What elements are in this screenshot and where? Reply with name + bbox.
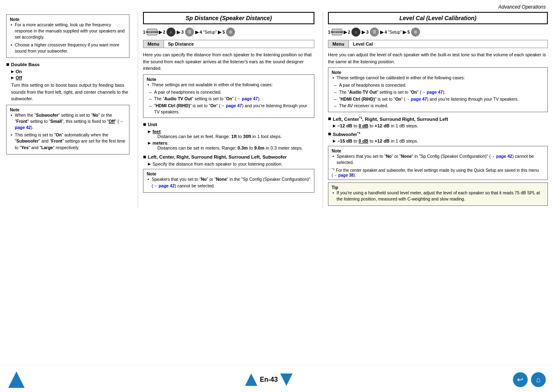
meters-desc: Distances can be set in meters. Range: 0… <box>152 145 303 150</box>
prev-page-button[interactable] <box>8 371 25 388</box>
sp-note1-dash2: The "Audio TV Out" setting is set to "On… <box>147 96 311 102</box>
advanced-operations-title: Advanced Operations <box>499 4 546 10</box>
mid-column: Sp Distance (Speaker Distance) 1 RECEIVE… <box>138 12 319 208</box>
sp-note2-item1: Speakers that you set to "No" or "None" … <box>147 176 311 189</box>
note2-list: When the "Subwoofer" setting is set to "… <box>10 112 126 151</box>
double-bass-heading: Double Bass <box>6 61 129 67</box>
sp-distance-menu-label: Sp Distance <box>164 40 198 48</box>
left-note2: Note When the "Subwoofer" setting is set… <box>6 105 129 154</box>
sp-note1-label: Note <box>147 77 311 82</box>
lc-note1-dash4: The AV receiver is muted. <box>332 103 544 109</box>
step5-icon: ⊙ <box>226 28 235 37</box>
level-cal-menu-label: Level Cal <box>349 40 377 48</box>
lc-note1-label: Note <box>332 70 544 75</box>
note2-item1: When the "Subwoofer" setting is set to "… <box>10 112 126 131</box>
sp-speakers-heading: Left, Center, Right, Surround Right, Sur… <box>143 154 314 160</box>
lc-note1-dash3: "HDMI Ctrl (RIHD)" is set to "On" (→ pag… <box>332 96 544 102</box>
sp-note2-label: Note <box>147 171 311 176</box>
sp-speakers-desc: Specify the distance from each speaker t… <box>148 161 314 166</box>
sp-distance-note2: Note Speakers that you set to "No" or "N… <box>143 169 314 192</box>
lc-note2-label: Note <box>332 148 544 153</box>
note2-item2: This setting is set to "On" automaticall… <box>10 132 126 151</box>
back-button[interactable]: ↩ <box>513 372 528 387</box>
lc-footnote: *1 For the center speaker and subwoofer,… <box>332 167 544 177</box>
rc-menu-label: Menu <box>328 40 349 48</box>
double-bass-off: Off <box>11 75 129 80</box>
note2-label: Note <box>10 107 126 112</box>
step1-receiver-icon: RECEIVER <box>147 29 157 35</box>
step2-home-icon: ⌂ <box>166 28 175 37</box>
page-number-area: En-43 <box>245 374 293 386</box>
right-column: Level Cal (Level Calibration) 1 RECEIVER… <box>323 12 548 208</box>
level-cal-intro: Here you can adjust the level of each sp… <box>328 51 548 65</box>
page-footer: En-43 ↩ ⌂ <box>0 365 554 392</box>
page-header: Advanced Operations <box>0 0 554 12</box>
level-cal-nav: 1 RECEIVER ▶ 2 ⌂ ▶ 3 ☰ ▶ 4 "Setup" ▶ 5 ⊙ <box>328 28 548 37</box>
note1-label: Note <box>10 17 126 22</box>
level-cal-note1: Note These settings cannot be calibrated… <box>328 67 548 112</box>
lc-note1-dash1: A pair of headphones is connected. <box>332 82 544 88</box>
lc-note1-dash2: The "Audio TV Out" setting is set to "On… <box>332 89 544 95</box>
sp-distance-menu-bar: Menu Sp Distance <box>143 40 314 48</box>
page-number: En-43 <box>260 376 278 383</box>
left-note1: Note For a more accurate setting, look u… <box>6 14 129 58</box>
tip-text: If you're using a handheld sound level m… <box>332 190 544 202</box>
sp-distance-nav: 1 RECEIVER ▶ 2 ⌂ ▶ 3 ☰ ▶ 4 "Setup" ▶ 5 ⊙ <box>143 28 314 37</box>
lc-note1-item1: These settings cannot be calibrated in e… <box>332 75 544 81</box>
level-cal-note2: Note Speakers that you set to "No" or "N… <box>328 146 548 180</box>
note1-list: For a more accurate setting, look up the… <box>10 22 126 54</box>
menu-label: Menu <box>143 40 164 48</box>
meters-item: meters: Distances can be set in meters. … <box>148 141 314 150</box>
sp-note1-dash1: A pair of headphones is connected. <box>147 89 311 95</box>
sp-note2-list: Speakers that you set to "No" or "None" … <box>147 176 311 189</box>
note1-item1: For a more accurate setting, look up the… <box>10 22 126 41</box>
feet-desc: Distances can be set in feet. Range: 1ft… <box>152 134 282 139</box>
level-cal-menu-bar: Menu Level Cal <box>328 40 548 48</box>
sp-note1-list: These settings are not available in eith… <box>147 82 311 88</box>
level-cal-tip: Tip If you're using a handheld sound lev… <box>328 182 548 206</box>
subwoofer-range: –15 dB to 0 dB to +12 dB in 1 dB steps. <box>333 138 548 143</box>
left-center-heading: Left, Center*1, Right, Surround Right, S… <box>328 115 548 122</box>
sp-note1-dash3: "HDMI Ctrl (RIHD)" is set to "On" (→ pag… <box>147 103 311 115</box>
page-layout: Note For a more accurate setting, look u… <box>0 12 554 208</box>
lc-note1-list: These settings cannot be calibrated in e… <box>332 75 544 81</box>
double-bass-on: On <box>11 69 129 74</box>
sp-note1-item1: These settings are not available in eith… <box>147 82 311 88</box>
rc-step5-icon: ⊙ <box>411 28 420 37</box>
sp-distance-title: Sp Distance (Speaker Distance) <box>143 12 314 24</box>
sp-distance-intro: Here you can specify the distance from e… <box>143 51 314 72</box>
tip-list: If you're using a handheld sound level m… <box>332 190 544 202</box>
level-cal-title: Level Cal (Level Calibration) <box>328 12 548 24</box>
home-button[interactable]: ⌂ <box>531 372 546 387</box>
step3-menu-icon: ☰ <box>185 28 194 37</box>
rc-step1-receiver-icon: RECEIVER <box>332 29 342 35</box>
down-arrow-icon <box>280 374 293 386</box>
rc-step2-home-icon: ⌂ <box>351 28 360 37</box>
footer-nav-icons: ↩ ⌂ <box>513 372 546 387</box>
lc-note2-item1: Speakers that you set to "No" or "None" … <box>332 153 544 166</box>
tip-label: Tip <box>332 185 544 190</box>
left-center-range: –12 dB to 0 dB to +12 dB in 1 dB steps. <box>333 123 548 128</box>
unit-heading: Unit <box>143 121 314 127</box>
rc-step3-menu-icon: ☰ <box>370 28 379 37</box>
note1-item2: Choose a higher crossover frequency if y… <box>10 42 126 54</box>
double-bass-desc: Turn this setting on to boost bass outpu… <box>11 82 129 102</box>
sp-distance-note1: Note These settings are not available in… <box>143 74 314 118</box>
feet-item: feet: Distances can be set in feet. Rang… <box>148 129 314 139</box>
left-column: Note For a more accurate setting, look u… <box>6 12 134 208</box>
up-arrow-icon <box>245 374 257 386</box>
subwoofer-heading: Subwoofer*1 <box>328 131 548 137</box>
lc-note2-list: Speakers that you set to "No" or "None" … <box>332 153 544 166</box>
